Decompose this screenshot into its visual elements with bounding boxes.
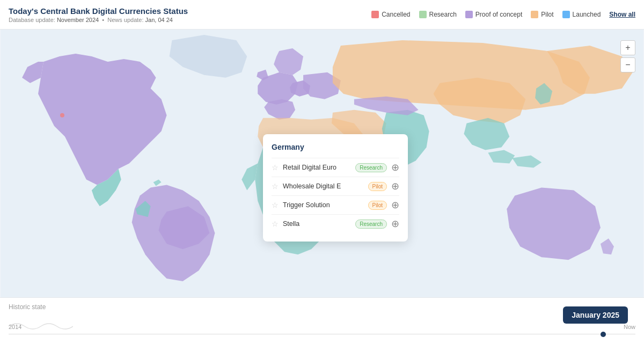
popup-item-name-2: Trigger Solution [283, 201, 364, 209]
germany-popup: Germany ☆ Retail Digital Euro Research ⊕… [263, 134, 408, 242]
popup-row-3[interactable]: ☆ Stella Research ⊕ [272, 214, 399, 233]
star-icon-3: ☆ [272, 220, 279, 228]
map-area[interactable]: Germany ☆ Retail Digital Euro Research ⊕… [0, 30, 644, 297]
svg-point-1 [60, 113, 64, 118]
pilot-dot [531, 11, 538, 18]
historic-state-label: Historic state [9, 303, 635, 311]
launched-label: Launched [573, 11, 601, 18]
timeline-year-end: Now [624, 324, 635, 330]
cancelled-label: Cancelled [382, 11, 410, 18]
date-badge[interactable]: January 2025 [563, 306, 628, 324]
bottom-bar: Historic state 2014 Now January 2025 [0, 297, 644, 351]
popup-country-name: Germany [272, 143, 399, 151]
popup-badge-1: Pilot [368, 182, 387, 191]
news-update-value: Jan, 04 24 [145, 17, 173, 23]
header-left: Today's Central Bank Digital Currencies … [9, 6, 188, 23]
popup-badge-3: Research [355, 220, 387, 229]
research-dot [419, 11, 427, 18]
timeline-line [9, 334, 635, 334]
pilot-label: Pilot [541, 11, 553, 18]
star-icon-2: ☆ [272, 201, 279, 209]
launched-dot [562, 11, 570, 18]
cancelled-dot [371, 11, 379, 18]
proof-label: Proof of concept [475, 11, 522, 18]
expand-icon-3[interactable]: ⊕ [391, 218, 399, 230]
popup-row-0[interactable]: ☆ Retail Digital Euro Research ⊕ [272, 158, 399, 177]
timeline-area[interactable]: 2014 Now January 2025 [9, 313, 635, 340]
zoom-out-button[interactable]: − [620, 57, 635, 72]
legend-cancelled[interactable]: Cancelled [371, 11, 410, 18]
page-title: Today's Central Bank Digital Currencies … [9, 6, 188, 16]
header: Today's Central Bank Digital Currencies … [0, 0, 644, 30]
legend-research[interactable]: Research [419, 11, 457, 18]
db-update-label: Database update: [9, 17, 55, 23]
research-label: Research [429, 11, 457, 18]
show-all-button[interactable]: Show all [609, 11, 635, 18]
popup-badge-2: Pilot [368, 201, 387, 210]
legend: Cancelled Research Proof of concept Pilo… [371, 11, 635, 18]
db-update-value: November 2024 [57, 17, 99, 23]
expand-icon-2[interactable]: ⊕ [391, 199, 399, 211]
timeline-year-start: 2014 [9, 324, 21, 330]
star-icon-0: ☆ [272, 163, 279, 172]
zoom-in-button[interactable]: + [620, 40, 635, 55]
proof-dot [465, 11, 473, 18]
news-update-label: News update: [107, 17, 143, 23]
timeline-dot[interactable] [601, 332, 606, 337]
zoom-controls: + − [620, 40, 635, 72]
expand-icon-1[interactable]: ⊕ [391, 180, 399, 192]
legend-launched[interactable]: Launched [562, 11, 601, 18]
popup-item-name-3: Stella [283, 220, 351, 228]
popup-row-2[interactable]: ☆ Trigger Solution Pilot ⊕ [272, 195, 399, 214]
star-icon-1: ☆ [272, 182, 279, 191]
expand-icon-0[interactable]: ⊕ [391, 162, 399, 173]
popup-item-name-1: Wholesale Digital E [283, 182, 364, 190]
popup-badge-0: Research [355, 163, 387, 172]
legend-pilot[interactable]: Pilot [531, 11, 553, 18]
popup-row-1[interactable]: ☆ Wholesale Digital E Pilot ⊕ [272, 177, 399, 195]
header-subtitle: Database update: November 2024 • News up… [9, 17, 188, 23]
legend-proof-of-concept[interactable]: Proof of concept [465, 11, 522, 18]
popup-item-name-0: Retail Digital Euro [283, 164, 351, 171]
